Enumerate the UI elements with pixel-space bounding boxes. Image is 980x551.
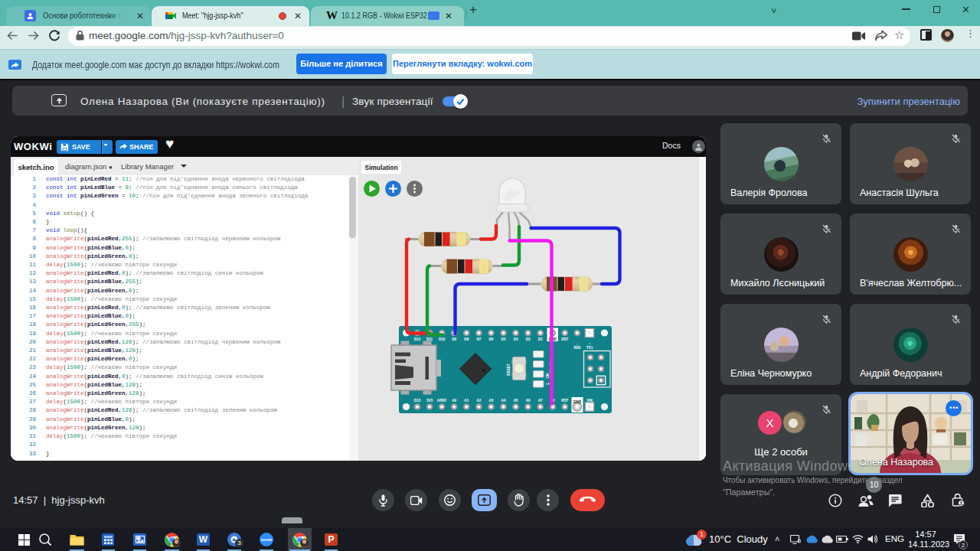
svg-text:3V3: 3V3 (426, 399, 433, 403)
svg-text:↑: ↑ (589, 341, 591, 346)
svg-text:A0: A0 (452, 399, 456, 403)
svg-text:D9: D9 (452, 337, 456, 341)
svg-text:A4: A4 (501, 399, 506, 403)
svg-text:D7: D7 (476, 337, 481, 341)
svg-text:D12: D12 (414, 337, 421, 341)
svg-text:Simulation: Simulation (364, 164, 397, 171)
svg-text:RST: RST (561, 399, 568, 403)
svg-text:RST: RST (561, 337, 568, 341)
svg-text:A6: A6 (526, 399, 531, 403)
svg-text:GND: GND (573, 400, 582, 404)
svg-text:A2: A2 (476, 399, 481, 403)
svg-text:↓: ↓ (577, 341, 579, 346)
svg-text:L: L (546, 382, 550, 384)
svg-text:VIN: VIN (586, 399, 593, 403)
svg-text:D6: D6 (488, 337, 493, 341)
svg-text:D8: D8 (464, 337, 469, 341)
svg-text:D11: D11 (426, 337, 433, 341)
svg-text:ON: ON (546, 373, 550, 379)
svg-text:D4: D4 (514, 337, 518, 341)
svg-text:A5: A5 (514, 399, 518, 403)
svg-text:A7: A7 (538, 399, 543, 403)
svg-text:A3: A3 (488, 399, 493, 403)
svg-text:RESET: RESET (507, 364, 511, 376)
svg-text:D3: D3 (526, 337, 531, 341)
svg-text:D10: D10 (439, 337, 446, 341)
svg-text:TX1: TX1 (586, 346, 593, 350)
svg-text:D2: D2 (538, 337, 543, 341)
svg-text:A1: A1 (464, 399, 469, 403)
svg-text:D13: D13 (414, 399, 421, 403)
svg-text:D5: D5 (501, 337, 506, 341)
svg-text:RX0: RX0 (573, 346, 580, 350)
svg-text:AREF: AREF (437, 399, 447, 403)
